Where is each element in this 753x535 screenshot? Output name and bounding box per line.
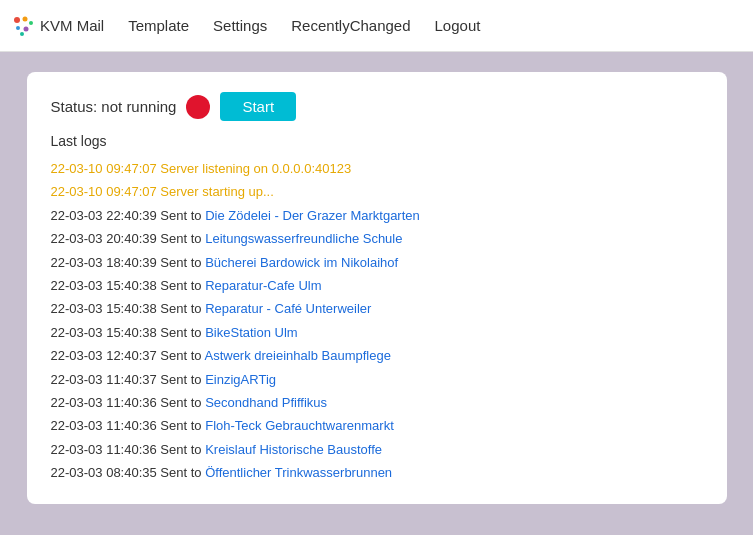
nav-logo: KVM Mail (12, 15, 104, 37)
log-entry: 22-03-03 15:40:38 Sent to Reparatur - Ca… (51, 297, 699, 320)
nav-item-settings[interactable]: Settings (213, 17, 267, 34)
log-entry: 22-03-03 12:40:37 Sent to Astwerk dreiei… (51, 344, 699, 367)
navbar: KVM Mail Template Settings RecentlyChang… (0, 0, 753, 52)
log-entry: 22-03-03 11:40:36 Sent to Floh-Teck Gebr… (51, 414, 699, 437)
start-button[interactable]: Start (220, 92, 296, 121)
main-background: Status: not running Start Last logs 22-0… (0, 52, 753, 535)
log-entry: 22-03-03 22:40:39 Sent to Die Zödelei - … (51, 204, 699, 227)
status-label: Status: not running (51, 98, 177, 115)
log-timestamp: 22-03-03 20:40:39 Sent to (51, 231, 206, 246)
nav-item-recently-changed[interactable]: RecentlyChanged (291, 17, 410, 34)
main-card: Status: not running Start Last logs 22-0… (27, 72, 727, 504)
log-timestamp: 22-03-03 18:40:39 Sent to (51, 255, 206, 270)
log-entry: 22-03-03 20:40:39 Sent to Leitungswasser… (51, 227, 699, 250)
log-link[interactable]: Die Zödelei - Der Grazer Marktgarten (205, 208, 420, 223)
status-indicator (186, 95, 210, 119)
log-entry: 22-03-10 09:47:07 Server starting up... (51, 180, 699, 203)
log-link[interactable]: EinzigARTig (205, 372, 276, 387)
log-timestamp: 22-03-03 22:40:39 Sent to (51, 208, 206, 223)
log-entry: 22-03-03 11:40:36 Sent to Secondhand Pfi… (51, 391, 699, 414)
svg-point-4 (24, 26, 29, 31)
log-link[interactable]: Kreislauf Historische Baustoffe (205, 442, 382, 457)
log-link[interactable]: Bücherei Bardowick im Nikolaihof (205, 255, 398, 270)
svg-point-5 (20, 32, 24, 36)
logo-icon (12, 15, 34, 37)
log-timestamp: 22-03-03 12:40:37 Sent to (51, 348, 205, 363)
log-timestamp: 22-03-03 15:40:38 Sent to (51, 325, 206, 340)
last-logs-label: Last logs (51, 133, 703, 149)
nav-logo-text[interactable]: KVM Mail (40, 17, 104, 34)
log-entry: 22-03-03 18:40:39 Sent to Bücherei Bardo… (51, 251, 699, 274)
svg-point-3 (16, 26, 20, 30)
log-link[interactable]: BikeStation Ulm (205, 325, 297, 340)
status-row: Status: not running Start (51, 92, 703, 121)
log-timestamp: 22-03-03 11:40:36 Sent to (51, 395, 206, 410)
log-link[interactable]: Floh-Teck Gebrauchtwarenmarkt (205, 418, 394, 433)
log-link[interactable]: Leitungswasserfreundliche Schule (205, 231, 402, 246)
log-link[interactable]: Astwerk dreieinhalb Baumpflege (204, 348, 390, 363)
log-link[interactable]: Secondhand Pfiffikus (205, 395, 327, 410)
log-entry: 22-03-03 11:40:37 Sent to EinzigARTig (51, 368, 699, 391)
log-timestamp: 22-03-03 11:40:36 Sent to (51, 442, 206, 457)
svg-point-2 (29, 21, 33, 25)
log-link[interactable]: Reparatur-Cafe Ulm (205, 278, 321, 293)
log-entry: 22-03-03 15:40:38 Sent to Reparatur-Cafe… (51, 274, 699, 297)
log-timestamp: 22-03-03 11:40:36 Sent to (51, 418, 206, 433)
svg-point-0 (14, 17, 20, 23)
log-entry: 22-03-03 11:40:36 Sent to Kreislauf Hist… (51, 438, 699, 461)
svg-point-1 (23, 16, 28, 21)
log-timestamp: 22-03-03 11:40:37 Sent to (51, 372, 206, 387)
log-timestamp: 22-03-03 08:40:35 Sent to (51, 465, 206, 480)
logs-container[interactable]: 22-03-10 09:47:07 Server listening on 0.… (51, 157, 703, 484)
log-entry: 22-03-03 15:40:38 Sent to BikeStation Ul… (51, 321, 699, 344)
log-timestamp: 22-03-03 15:40:38 Sent to (51, 301, 206, 316)
log-entry: 22-03-03 08:40:35 Sent to Öffentlicher T… (51, 461, 699, 484)
log-timestamp: 22-03-03 15:40:38 Sent to (51, 278, 206, 293)
nav-item-template[interactable]: Template (128, 17, 189, 34)
log-link[interactable]: Reparatur - Café Unterweiler (205, 301, 371, 316)
nav-item-logout[interactable]: Logout (435, 17, 481, 34)
log-link[interactable]: Öffentlicher Trinkwasserbrunnen (205, 465, 392, 480)
log-entry: 22-03-10 09:47:07 Server listening on 0.… (51, 157, 699, 180)
